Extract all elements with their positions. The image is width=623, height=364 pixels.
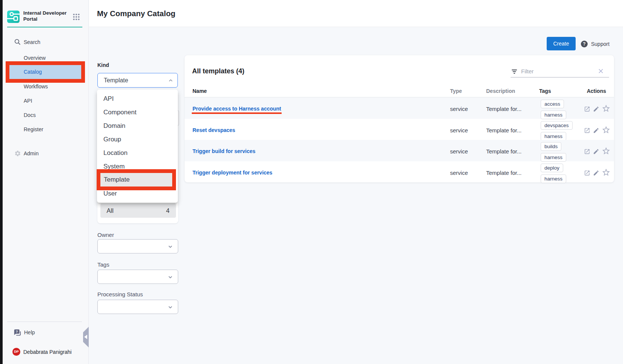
svg-text:?: ? [16,329,18,334]
